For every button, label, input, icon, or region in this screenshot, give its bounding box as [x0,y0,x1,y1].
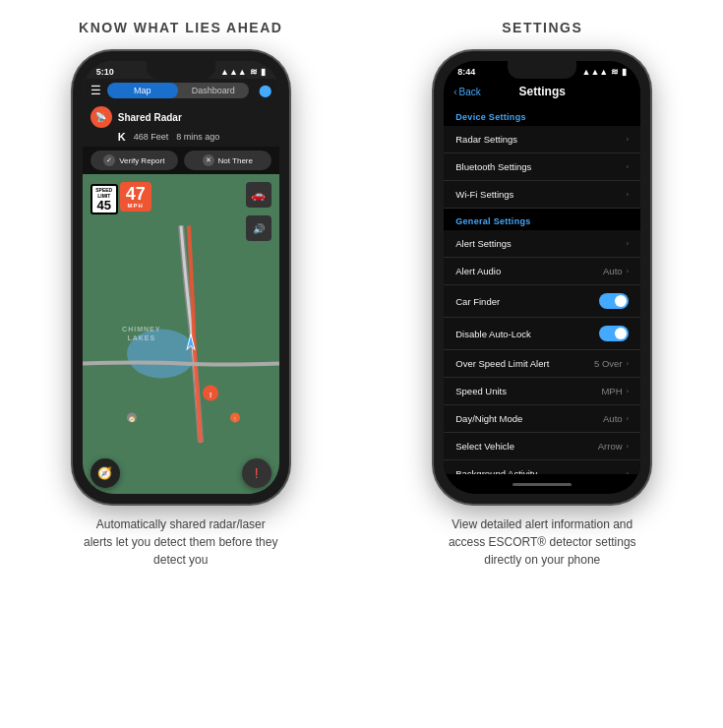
speed-limit-sign: SPEEDLIMIT 45 [90,184,118,214]
settings-row-car-finder[interactable]: Car Finder [444,285,640,318]
alert-detail-row: K 468 Feet 8 mins ago [90,131,271,143]
alert-button[interactable]: ! [242,458,271,488]
vehicle-chevron-icon: › [627,442,630,451]
radar-icon-badge: 📡 [90,106,112,128]
speed-alert-value: 5 Over [594,358,623,369]
current-speed: 47 [126,185,146,203]
bluetooth-settings-chevron-icon: › [627,162,630,171]
alert-time: 8 mins ago [176,132,219,142]
alert-type: Shared Radar [118,112,182,123]
speed-display: 47 MPH [120,182,151,212]
wifi-icon: ≋ [250,67,258,77]
auto-lock-toggle[interactable] [599,326,629,341]
map-time: 5:10 [96,67,114,77]
settings-row-speed-units[interactable]: Speed Units MPH › [444,378,640,405]
wifi-settings-label: Wi-Fi Settings [455,189,626,200]
right-panel-title: SETTINGS [502,20,582,35]
settings-row-auto-lock[interactable]: Disable Auto-Lock [444,318,640,350]
auto-lock-label: Disable Auto-Lock [455,329,599,339]
left-caption: Automatically shared radar/laser alerts … [83,516,279,569]
left-panel: KNOW WHAT LIES AHEAD 5:10 ▲▲▲ ≋ ▮ ☰ [0,0,362,728]
settings-row-bluetooth[interactable]: Bluetooth Settings › [444,153,640,181]
verify-icon: ✓ [103,154,115,166]
map-status-icons: ▲▲▲ ≋ ▮ [220,67,266,77]
tab-dashboard[interactable]: Dashboard [178,83,249,98]
settings-row-alert[interactable]: Alert Settings › [444,230,640,258]
verify-report-button[interactable]: ✓ Verify Report [90,151,178,170]
settings-battery-icon: ▮ [622,67,627,77]
map-nav-bar: ☰ Map Dashboard ⬤ [83,79,279,102]
map-area-label: CHIMNEYLAKES [122,325,160,344]
alert-audio-label: Alert Audio [455,266,603,276]
volume-button[interactable]: 🔊 [246,215,271,241]
alert-buttons: ✓ Verify Report ✕ Not There [83,147,279,174]
settings-row-background[interactable]: Background Activity › [444,460,640,474]
alert-distance: 468 Feet [134,132,169,142]
settings-signal-icon: ▲▲▲ [582,67,609,77]
battery-icon: ▮ [261,67,266,77]
bluetooth-settings-label: Bluetooth Settings [455,161,626,172]
hamburger-icon[interactable]: ☰ [90,84,101,97]
settings-body: Device Settings Radar Settings › Bluetoo… [444,104,640,474]
back-label: Back [459,87,481,97]
day-night-chevron-icon: › [627,414,630,423]
right-panel: SETTINGS 8:44 ▲▲▲ ≋ ▮ ‹ Back [362,0,724,728]
alert-settings-label: Alert Settings [455,238,626,249]
map-tab-group: Map Dashboard [107,83,249,98]
map-bottom-controls: 🧭 ! [83,453,279,494]
phone-notch-right [508,61,576,79]
map-area: ! 🧭 ! SPEEDLIMIT 45 [83,174,279,494]
car-finder-label: Car Finder [455,296,599,307]
tab-map[interactable]: Map [107,83,178,98]
bluetooth-icon[interactable]: ⬤ [259,84,271,97]
right-phone-screen: 8:44 ▲▲▲ ≋ ▮ ‹ Back Settings [444,61,640,494]
settings-wifi-icon: ≋ [611,67,619,77]
wifi-settings-chevron-icon: › [627,190,630,199]
settings-row-vehicle[interactable]: Select Vehicle Arrow › [444,433,640,460]
car-finder-toggle[interactable] [599,293,629,309]
auto-lock-toggle-knob [615,328,627,339]
vehicle-label: Select Vehicle [455,441,598,452]
settings-nav-bar: ‹ Back Settings [444,79,640,104]
speed-alert-label: Over Speed Limit Alert [455,358,594,369]
alert-audio-value: Auto [603,266,623,276]
right-phone: 8:44 ▲▲▲ ≋ ▮ ‹ Back Settings [434,51,650,504]
svg-text:!: ! [209,391,211,399]
home-indicator [444,474,640,494]
speed-units-label: Speed Units [455,386,601,396]
settings-nav-title: Settings [519,85,566,98]
settings-row-speed-alert[interactable]: Over Speed Limit Alert 5 Over › [444,350,640,378]
alert-audio-chevron-icon: › [627,267,630,275]
vehicle-value: Arrow [598,441,623,452]
settings-row-alert-audio[interactable]: Alert Audio Auto › [444,258,640,285]
not-there-button[interactable]: ✕ Not There [184,151,271,170]
speed-limit-number: 45 [92,199,116,212]
radar-settings-label: Radar Settings [455,134,626,145]
car-finder-toggle-knob [615,295,627,307]
phone-notch-left [147,61,215,79]
not-there-icon: ✕ [203,154,214,166]
right-caption: View detailed alert information and acce… [444,516,640,569]
settings-row-radar[interactable]: Radar Settings › [444,126,640,153]
settings-time: 8:44 [457,67,475,77]
day-night-value: Auto [603,413,623,424]
alert-title-text: Shared Radar [118,112,182,123]
left-panel-title: KNOW WHAT LIES AHEAD [79,20,282,35]
alert-top-row: 📡 Shared Radar [90,106,271,128]
device-settings-header: Device Settings [444,104,640,126]
car-icon-button[interactable]: 🚗 [246,182,271,208]
settings-screen: 8:44 ▲▲▲ ≋ ▮ ‹ Back Settings [444,61,640,494]
left-phone-screen: 5:10 ▲▲▲ ≋ ▮ ☰ Map Dashboard ⬤ [83,61,279,494]
back-chevron-icon: ‹ [453,87,456,97]
left-phone: 5:10 ▲▲▲ ≋ ▮ ☰ Map Dashboard ⬤ [73,51,289,504]
settings-status-icons: ▲▲▲ ≋ ▮ [582,67,628,77]
radar-settings-chevron-icon: › [627,135,630,144]
settings-row-day-night[interactable]: Day/Night Mode Auto › [444,405,640,433]
compass-button[interactable]: 🧭 [90,458,120,488]
speed-units-value: MPH [601,386,622,396]
alert-settings-chevron-icon: › [627,239,630,248]
svg-text:🧭: 🧭 [129,416,136,423]
back-button[interactable]: ‹ Back [453,87,481,97]
general-settings-header: General Settings [444,209,640,230]
settings-row-wifi[interactable]: Wi-Fi Settings › [444,181,640,209]
